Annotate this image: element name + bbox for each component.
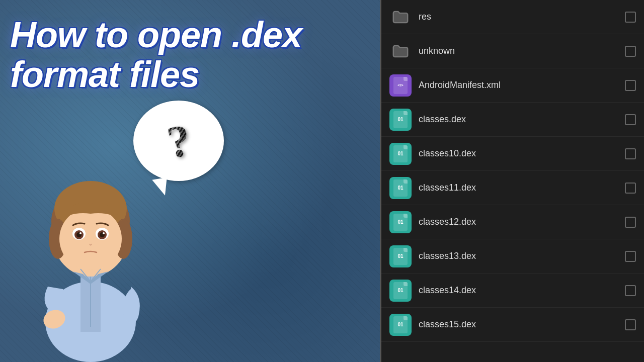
file-name: classes12.dex xyxy=(419,217,625,227)
file-checkbox[interactable] xyxy=(625,251,636,262)
file-checkbox[interactable] xyxy=(625,114,636,125)
dex-icon xyxy=(389,211,412,233)
file-name: AndroidManifest.xml xyxy=(419,80,625,90)
file-checkbox[interactable] xyxy=(625,148,636,159)
folder-icon xyxy=(389,6,412,28)
file-checkbox[interactable] xyxy=(625,183,636,194)
svg-point-15 xyxy=(79,232,82,234)
file-name: classes15.dex xyxy=(419,319,625,330)
dex-icon xyxy=(389,109,412,131)
file-row[interactable]: classes12.dex xyxy=(381,205,644,239)
file-name: classes14.dex xyxy=(419,285,625,296)
file-checkbox[interactable] xyxy=(625,80,636,91)
right-panel: res unknown AndroidManifest.xml xyxy=(380,0,644,362)
file-name: classes.dex xyxy=(419,114,625,125)
dex-icon xyxy=(389,245,412,267)
file-name: classes10.dex xyxy=(419,148,625,159)
manifest-icon xyxy=(389,74,412,97)
file-checkbox[interactable] xyxy=(625,319,636,330)
file-name: classes13.dex xyxy=(419,251,625,261)
file-row[interactable]: classes14.dex xyxy=(381,274,644,308)
main-title: How to open .dexformat files xyxy=(10,15,352,95)
file-name: res xyxy=(419,12,625,22)
file-list: res unknown AndroidManifest.xml xyxy=(381,0,644,342)
file-checkbox[interactable] xyxy=(625,12,636,23)
file-checkbox[interactable] xyxy=(625,217,636,228)
file-checkbox[interactable] xyxy=(625,285,636,296)
anime-character xyxy=(10,111,171,362)
file-checkbox[interactable] xyxy=(625,46,636,57)
dex-icon xyxy=(389,314,412,336)
file-row[interactable]: AndroidManifest.xml xyxy=(381,68,644,103)
dex-icon xyxy=(389,143,412,165)
file-row[interactable]: classes10.dex xyxy=(381,137,644,171)
dex-icon xyxy=(389,177,412,199)
svg-point-16 xyxy=(103,232,105,234)
svg-point-8 xyxy=(59,208,122,270)
file-row[interactable]: classes13.dex xyxy=(381,239,644,274)
file-row[interactable]: classes11.dex xyxy=(381,171,644,205)
file-name: unknown xyxy=(419,46,625,56)
file-row[interactable]: unknown xyxy=(381,34,644,68)
dex-icon xyxy=(389,280,412,302)
file-row[interactable]: classes15.dex xyxy=(381,308,644,342)
folder-icon xyxy=(389,40,412,62)
file-row[interactable]: res xyxy=(381,0,644,34)
file-name: classes11.dex xyxy=(419,183,625,193)
file-row[interactable]: classes.dex xyxy=(381,103,644,137)
left-panel: How to open .dexformat files ? xyxy=(0,0,380,362)
